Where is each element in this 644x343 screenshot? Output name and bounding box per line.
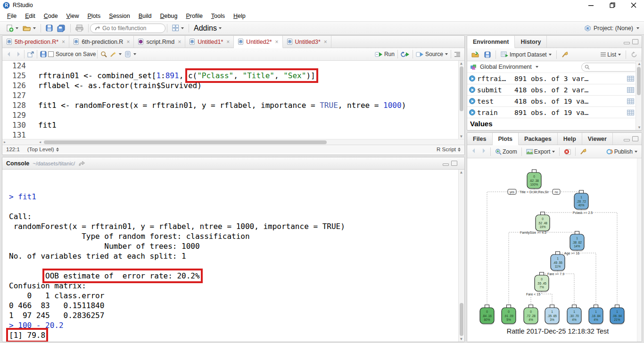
menu-debug[interactable]: Debug bbox=[156, 11, 182, 21]
compile-report-button[interactable] bbox=[123, 50, 132, 58]
menu-file[interactable]: File bbox=[3, 11, 21, 21]
environment-search-box[interactable] bbox=[581, 63, 639, 72]
tab-help[interactable]: Help bbox=[558, 133, 582, 145]
menu-profile[interactable]: Profile bbox=[182, 11, 206, 21]
menu-session[interactable]: Session bbox=[105, 11, 134, 21]
environment-object-test[interactable]: test418 obs. of 19 va… bbox=[467, 96, 642, 107]
hscroll-right-icon[interactable]: ▸ bbox=[4, 140, 7, 144]
popout-window-button[interactable] bbox=[26, 50, 35, 58]
previous-plot-button[interactable] bbox=[470, 148, 478, 155]
scope-selector[interactable]: (Top Level) bbox=[27, 147, 54, 152]
hscroll-left-icon[interactable]: ◂ bbox=[39, 140, 42, 144]
console-vertical-scrollbar[interactable]: ▲ ▼ bbox=[458, 170, 464, 342]
editor-vertical-scrollbar[interactable]: ▲ ▼ bbox=[458, 61, 464, 139]
clear-environment-button[interactable] bbox=[560, 50, 570, 59]
tab-close-icon[interactable]: × bbox=[178, 39, 181, 45]
back-button[interactable] bbox=[5, 50, 14, 58]
pane-minimize-icon[interactable] bbox=[624, 42, 630, 44]
tab-environment[interactable]: Environment bbox=[467, 36, 515, 48]
source-tab-untitled2-[interactable]: RUntitled2*× bbox=[234, 36, 282, 48]
pane-maximize-icon[interactable] bbox=[632, 136, 638, 141]
console-scroll-down-icon[interactable]: ▼ bbox=[460, 337, 463, 341]
environment-scrollbar[interactable]: ▲ ▼ bbox=[636, 61, 642, 130]
tab-plots[interactable]: Plots bbox=[493, 133, 519, 145]
open-file-button[interactable] bbox=[21, 24, 37, 33]
menu-view[interactable]: View bbox=[62, 11, 83, 21]
save-all-button[interactable] bbox=[56, 24, 67, 33]
document-outline-button[interactable] bbox=[453, 50, 462, 58]
source-tab-untitled1-[interactable]: RUntitled1*× bbox=[185, 36, 234, 48]
tab-close-icon[interactable]: × bbox=[324, 39, 327, 45]
environment-scroll-up-icon[interactable]: ▲ bbox=[637, 62, 641, 65]
goto-directory-icon[interactable] bbox=[78, 161, 85, 166]
menu-tools[interactable]: Tools bbox=[207, 11, 229, 21]
scroll-down-icon[interactable]: ▼ bbox=[460, 135, 463, 138]
next-plot-button[interactable] bbox=[479, 148, 487, 155]
source-button[interactable]: Source bbox=[414, 50, 449, 58]
code-editor[interactable]: 124125rftrain01 <- combined_set[1:891, c… bbox=[2, 61, 464, 139]
code-tools-button[interactable] bbox=[108, 50, 123, 58]
environment-object-rftrai[interactable]: rftrai…891 obs. of 3 var… bbox=[467, 73, 642, 84]
forward-button[interactable] bbox=[14, 50, 23, 58]
tab-history[interactable]: History bbox=[515, 36, 547, 48]
view-data-icon[interactable] bbox=[627, 98, 634, 104]
expand-object-icon[interactable] bbox=[469, 109, 475, 115]
load-workspace-button[interactable] bbox=[470, 50, 481, 59]
menu-plots[interactable]: Plots bbox=[83, 11, 105, 21]
view-data-icon[interactable] bbox=[627, 76, 634, 82]
environment-object-train[interactable]: train891 obs. of 19 va… bbox=[467, 107, 642, 118]
environment-scope-selector[interactable]: Global Environment bbox=[480, 64, 532, 70]
refresh-environment-button[interactable] bbox=[629, 50, 639, 59]
view-data-icon[interactable] bbox=[627, 110, 634, 115]
save-document-button[interactable] bbox=[39, 50, 48, 58]
view-data-icon[interactable] bbox=[627, 87, 634, 93]
tab-close-icon[interactable]: × bbox=[62, 39, 65, 45]
zoom-plot-button[interactable]: Zoom bbox=[494, 147, 519, 156]
tab-close-icon[interactable]: × bbox=[275, 39, 279, 45]
plots-scrollbar[interactable] bbox=[637, 158, 642, 342]
clear-plots-button[interactable] bbox=[578, 147, 588, 156]
save-button[interactable] bbox=[44, 24, 54, 33]
find-replace-button[interactable] bbox=[99, 50, 108, 58]
tab-viewer[interactable]: Viewer bbox=[582, 133, 613, 145]
source-tab-5th-prediction-r-[interactable]: R5th-prediction.R*× bbox=[2, 36, 69, 48]
new-file-button[interactable] bbox=[5, 24, 20, 33]
environment-scroll-down-icon[interactable]: ▼ bbox=[637, 126, 641, 129]
expand-object-icon[interactable] bbox=[469, 98, 475, 104]
pane-minimize-icon[interactable] bbox=[624, 139, 630, 141]
scroll-up-icon[interactable]: ▲ bbox=[460, 62, 463, 65]
console-minimize-icon[interactable] bbox=[443, 163, 449, 166]
source-tab-untitled3-[interactable]: RUntitled3*× bbox=[283, 36, 331, 48]
goto-file-function-box[interactable] bbox=[90, 24, 165, 33]
tab-files[interactable]: Files bbox=[467, 133, 493, 145]
file-type-selector[interactable]: R Script bbox=[437, 147, 456, 152]
tab-packages[interactable]: Packages bbox=[519, 133, 558, 145]
rerun-button[interactable] bbox=[399, 50, 411, 58]
import-dataset-button[interactable]: Import Dataset bbox=[499, 50, 553, 59]
publish-button[interactable]: Publish bbox=[605, 147, 639, 156]
tab-close-icon[interactable]: × bbox=[226, 39, 230, 45]
menu-help[interactable]: Help bbox=[229, 11, 250, 21]
pane-maximize-icon[interactable] bbox=[632, 39, 638, 44]
console-maximize-icon[interactable] bbox=[451, 161, 457, 166]
close-button[interactable] bbox=[623, 0, 644, 10]
save-workspace-button[interactable] bbox=[483, 50, 492, 59]
restore-button[interactable] bbox=[602, 0, 623, 10]
run-button[interactable]: Run bbox=[373, 50, 396, 58]
tab-close-icon[interactable]: × bbox=[126, 39, 130, 45]
addins-button[interactable]: Addins bbox=[192, 23, 223, 33]
console-output[interactable]: > fit1 Call: randomForest(x = rftrain01,… bbox=[2, 170, 464, 342]
source-on-save-checkbox[interactable] bbox=[48, 51, 54, 57]
minimize-button[interactable] bbox=[580, 0, 602, 10]
expand-object-icon[interactable] bbox=[469, 75, 475, 82]
menu-edit[interactable]: Edit bbox=[21, 11, 40, 21]
export-plot-button[interactable]: Export bbox=[525, 147, 557, 156]
print-button[interactable] bbox=[74, 24, 85, 33]
goto-file-function-input[interactable] bbox=[102, 25, 157, 32]
source-tab-script-rmd[interactable]: script.Rmd× bbox=[134, 36, 185, 48]
console-scroll-up-icon[interactable]: ▲ bbox=[460, 171, 463, 174]
menu-build[interactable]: Build bbox=[134, 11, 156, 21]
source-tab-6th-prediction-r[interactable]: R6th-prediction.R× bbox=[69, 36, 134, 48]
menu-code[interactable]: Code bbox=[40, 11, 62, 21]
expand-object-icon[interactable] bbox=[469, 87, 475, 93]
